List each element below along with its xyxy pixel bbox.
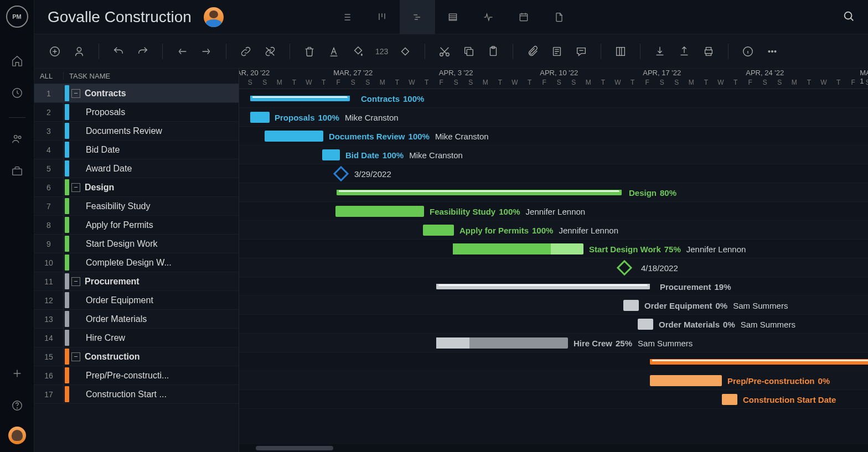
paste-icon[interactable] <box>486 44 500 59</box>
gantt-row[interactable] <box>239 352 868 371</box>
collapse-icon[interactable]: − <box>71 277 80 286</box>
view-gantt-icon[interactable] <box>400 0 435 34</box>
milestone-icon[interactable] <box>398 44 412 59</box>
gantt-row[interactable]: Procurement19% <box>239 277 868 296</box>
task-bar[interactable] <box>638 319 653 330</box>
redo-icon[interactable] <box>136 44 150 59</box>
group-bar[interactable] <box>436 284 650 289</box>
task-row[interactable]: 12 Order Equipment <box>34 291 239 310</box>
help-icon[interactable] <box>6 394 28 417</box>
task-row[interactable]: 11 − Procurement <box>34 272 239 291</box>
view-activity-icon[interactable] <box>471 0 506 34</box>
task-row[interactable]: 1 − Contracts <box>34 84 239 103</box>
info-icon[interactable] <box>741 44 755 59</box>
group-bar[interactable] <box>250 96 350 101</box>
gantt-row[interactable]: 4/18/2022 <box>239 258 868 277</box>
task-bar[interactable] <box>650 375 722 386</box>
milestone-marker[interactable] <box>333 166 349 181</box>
task-bar[interactable] <box>436 337 568 349</box>
gantt-row[interactable]: Order Materials0%Sam Summers <box>239 315 868 334</box>
delete-icon[interactable] <box>302 44 317 59</box>
gantt-row[interactable]: Bid Date100%Mike Cranston <box>239 146 868 164</box>
collapse-icon[interactable]: − <box>71 183 80 192</box>
app-logo[interactable]: PM <box>6 6 28 28</box>
unlink-icon[interactable] <box>263 44 277 59</box>
task-bar[interactable] <box>453 243 583 254</box>
search-icon[interactable] <box>843 10 855 24</box>
gantt-row[interactable]: Construction Start Date <box>239 390 868 409</box>
task-row[interactable]: 13 Order Materials <box>34 310 239 329</box>
print-icon[interactable] <box>701 44 716 59</box>
task-bar[interactable] <box>322 149 340 160</box>
task-row[interactable]: 6 − Design <box>34 178 239 197</box>
add-icon[interactable] <box>6 362 28 385</box>
task-row[interactable]: 10 Complete Design W... <box>34 253 239 272</box>
collapse-icon[interactable]: − <box>71 352 80 361</box>
comment-icon[interactable] <box>574 44 588 59</box>
horizontal-scrollbar[interactable] <box>239 444 868 452</box>
gantt-row[interactable]: Order Equipment0%Sam Summers <box>239 296 868 315</box>
task-row[interactable]: 16 Prep/Pre-constructi... <box>34 366 239 385</box>
columns-icon[interactable] <box>613 44 628 59</box>
notes-icon[interactable] <box>550 44 564 59</box>
link-icon[interactable] <box>239 44 253 59</box>
export-icon[interactable] <box>677 44 691 59</box>
gantt-body[interactable]: Contracts100%Proposals100%Mike CranstonD… <box>239 89 868 444</box>
task-row[interactable]: 15 − Construction <box>34 347 239 366</box>
view-calendar-icon[interactable] <box>506 0 541 34</box>
gantt-row[interactable]: Feasibility Study100%Jennifer Lennon <box>239 202 868 221</box>
more-icon[interactable] <box>765 44 779 59</box>
gantt-row[interactable]: Design80% <box>239 183 868 202</box>
task-row[interactable]: 2 Proposals <box>34 103 239 122</box>
attachment-icon[interactable] <box>525 44 540 59</box>
fill-color-icon[interactable] <box>351 44 365 59</box>
task-bar[interactable] <box>722 394 737 405</box>
task-bar[interactable] <box>623 300 639 311</box>
gantt-row[interactable]: Start Design Work75%Jennifer Lennon <box>239 240 868 258</box>
undo-icon[interactable] <box>111 44 126 59</box>
add-task-icon[interactable] <box>48 44 62 59</box>
clock-icon[interactable] <box>6 82 28 104</box>
task-bar[interactable] <box>265 131 323 142</box>
task-row[interactable]: 14 Hire Crew <box>34 329 239 347</box>
gantt-row[interactable]: Hire Crew25%Sam Summers <box>239 334 868 352</box>
home-icon[interactable] <box>6 50 28 72</box>
task-bar[interactable] <box>335 206 424 217</box>
task-row[interactable]: 4 Bid Date <box>34 141 239 159</box>
gantt-row[interactable]: Prep/Pre-construction0% <box>239 371 868 390</box>
collapse-icon[interactable]: − <box>71 89 80 98</box>
project-avatar[interactable] <box>204 7 224 27</box>
group-bar[interactable] <box>337 190 622 195</box>
tool-number-label[interactable]: 123 <box>375 47 388 56</box>
assign-icon[interactable] <box>72 44 86 59</box>
task-row[interactable]: 8 Apply for Permits <box>34 216 239 235</box>
import-icon[interactable] <box>653 44 667 59</box>
scrollbar-thumb[interactable] <box>256 446 333 450</box>
indent-icon[interactable] <box>199 44 214 59</box>
briefcase-icon[interactable] <box>6 160 28 182</box>
copy-icon[interactable] <box>462 44 476 59</box>
view-sheet-icon[interactable] <box>435 0 471 34</box>
gantt-row[interactable]: Contracts100% <box>239 89 868 108</box>
task-row[interactable]: 5 Award Date <box>34 159 239 178</box>
gantt-row[interactable]: Documents Review100%Mike Cranston <box>239 127 868 146</box>
task-row[interactable]: 17 Construction Start ... <box>34 385 239 404</box>
task-bar[interactable] <box>250 112 270 123</box>
view-list-icon[interactable] <box>329 0 364 34</box>
user-avatar-small[interactable] <box>8 427 26 444</box>
task-bar[interactable] <box>423 225 454 236</box>
text-color-icon[interactable] <box>327 44 341 59</box>
outdent-icon[interactable] <box>175 44 189 59</box>
gantt-row[interactable]: 3/29/2022 <box>239 164 868 183</box>
view-board-icon[interactable] <box>364 0 400 34</box>
group-bar[interactable] <box>650 359 868 365</box>
task-row[interactable]: 9 Start Design Work <box>34 235 239 253</box>
team-icon[interactable] <box>6 128 28 150</box>
gantt-row[interactable]: Proposals100%Mike Cranston <box>239 108 868 127</box>
gantt-row[interactable]: Apply for Permits100%Jennifer Lennon <box>239 221 868 240</box>
task-row[interactable]: 7 Feasibility Study <box>34 197 239 216</box>
task-row[interactable]: 3 Documents Review <box>34 122 239 141</box>
view-file-icon[interactable] <box>541 0 577 34</box>
milestone-marker[interactable] <box>617 260 632 276</box>
col-all-label[interactable]: ALL <box>34 72 63 80</box>
